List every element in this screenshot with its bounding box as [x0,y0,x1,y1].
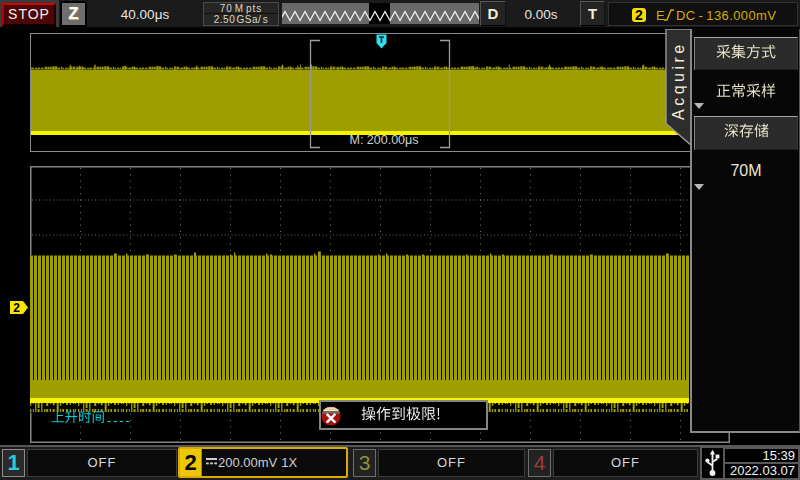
svg-text:2: 2 [13,301,20,314]
